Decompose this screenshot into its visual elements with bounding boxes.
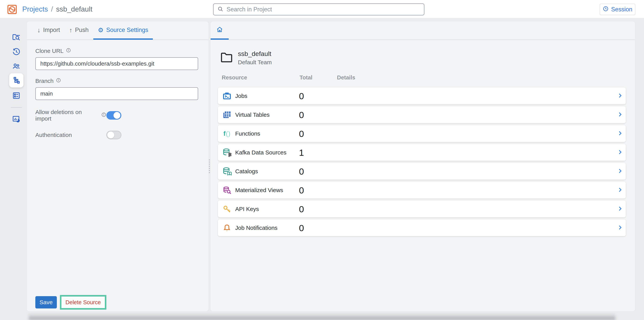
row-label: Catalogs [235, 168, 258, 175]
catalogs-icon [222, 167, 232, 176]
history-icon[interactable] [9, 45, 24, 59]
save-button[interactable]: Save [35, 296, 57, 308]
left-icon-rail [0, 19, 27, 320]
allow-deletions-label: Allow deletions on import [35, 109, 106, 122]
row-label: Job Notifications [235, 225, 278, 231]
row-total: 0 [299, 91, 304, 101]
splitter-drag-handle-icon [208, 159, 211, 174]
clone-url-input[interactable] [35, 57, 198, 70]
chevron-right-icon[interactable] [617, 149, 623, 156]
column-resource: Resource [222, 74, 247, 81]
clone-url-label: Clone URL [35, 48, 208, 54]
branch-input[interactable] [35, 87, 198, 100]
functions-icon: f() [222, 129, 232, 138]
materialized-views-icon [222, 185, 232, 195]
chevron-right-icon[interactable] [617, 111, 623, 118]
tab-source-settings[interactable]: ⚙ Source Settings [93, 22, 153, 40]
tab-import[interactable]: ↓ Import [33, 22, 64, 40]
session-button-label: Session [611, 6, 632, 13]
row-total: 0 [299, 185, 304, 195]
search-input[interactable] [226, 6, 420, 13]
column-total: Total [300, 74, 312, 81]
breadcrumb: Projects / ssb_default [22, 0, 92, 19]
authentication-row: Authentication [35, 131, 208, 139]
tab-import-label: Import [43, 27, 60, 34]
breadcrumb-projects-link[interactable]: Projects [22, 5, 48, 13]
row-label: Kafka Data Sources [235, 149, 286, 156]
tab-source-settings-label: Source Settings [106, 27, 148, 34]
row-total: 0 [299, 166, 304, 177]
allow-deletions-row: Allow deletions on import [35, 109, 208, 122]
home-icon [216, 26, 223, 34]
chevron-right-icon[interactable] [617, 130, 623, 137]
project-search [213, 4, 424, 15]
row-total: 0 [299, 109, 304, 120]
app-logo-icon[interactable] [7, 4, 17, 15]
info-icon[interactable] [56, 78, 61, 84]
rail-divider [11, 107, 22, 108]
chevron-right-icon[interactable] [617, 168, 623, 175]
row-total: 0 [299, 223, 304, 233]
info-icon[interactable] [66, 48, 71, 54]
row-materialized-views[interactable]: Materialized Views 0 [218, 182, 626, 199]
row-label: API Keys [235, 206, 259, 212]
session-button[interactable]: Session [600, 4, 635, 15]
project-overview-panel: ssb_default Default Team Resource Total … [211, 22, 635, 311]
teams-icon[interactable] [9, 59, 24, 73]
chevron-right-icon[interactable] [617, 187, 623, 194]
row-virtual-tables[interactable]: Virtual Tables 0 [218, 106, 626, 123]
kafka-data-sources-icon [222, 148, 232, 157]
git-tabs: ↓ Import ↑ Push ⚙ Source Settings [27, 22, 208, 40]
tab-push-label: Push [75, 27, 89, 34]
row-label: Virtual Tables [235, 111, 270, 118]
row-label: Functions [235, 130, 260, 137]
window-bottom-shadow [29, 313, 615, 320]
row-kafka-data-sources[interactable]: Kafka Data Sources 1 [218, 144, 626, 161]
tab-home[interactable] [211, 22, 229, 40]
project-team: Default Team [238, 59, 272, 66]
form-actions: Save Delete Source [35, 295, 106, 310]
api-keys-icon [222, 204, 232, 214]
overview-tabbar [211, 22, 635, 40]
virtual-tables-icon [222, 110, 232, 120]
project-explorer-icon[interactable] [9, 30, 24, 44]
download-arrow-icon: ↓ [37, 27, 40, 33]
virtual-tables-list-icon[interactable] [9, 88, 24, 103]
jobs-icon [222, 91, 232, 101]
chevron-right-icon[interactable] [617, 224, 623, 231]
delete-source-button[interactable]: Delete Source [62, 296, 105, 308]
chevron-right-icon[interactable] [617, 92, 623, 99]
source-settings-panel: ↓ Import ↑ Push ⚙ Source Settings Clone … [27, 22, 208, 311]
breadcrumb-current-project: ssb_default [56, 5, 92, 13]
chevron-right-icon[interactable] [617, 206, 623, 213]
search-icon [217, 6, 224, 13]
row-total: 0 [299, 128, 304, 139]
delete-source-highlight: Delete Source [60, 295, 106, 310]
row-api-keys[interactable]: API Keys 0 [218, 201, 626, 217]
column-details: Details [337, 74, 355, 81]
row-catalogs[interactable]: Catalogs 0 [218, 163, 626, 180]
allow-deletions-toggle[interactable] [106, 111, 121, 120]
authentication-toggle[interactable] [106, 131, 121, 139]
authentication-label: Authentication [35, 132, 106, 138]
tab-push[interactable]: ↑ Push [64, 22, 93, 40]
source-settings-form: Clone URL Branch Allow deletions on impo… [27, 48, 208, 319]
project-name: ssb_default [238, 50, 272, 58]
folder-icon [220, 52, 233, 64]
gear-icon: ⚙ [98, 27, 104, 33]
panel-splitter[interactable] [208, 22, 211, 311]
row-functions[interactable]: f() Functions 0 [218, 125, 626, 142]
clock-icon [603, 6, 609, 13]
breadcrumb-separator: / [51, 5, 53, 13]
info-icon[interactable] [101, 112, 106, 119]
source-control-icon[interactable] [9, 73, 24, 87]
monitoring-icon[interactable] [9, 112, 24, 126]
resource-rows: Jobs 0 Virtual Tables 0 f() [211, 87, 635, 236]
row-jobs[interactable]: Jobs 0 [218, 87, 626, 104]
upload-arrow-icon: ↑ [69, 27, 72, 33]
project-header: ssb_default Default Team [220, 50, 635, 66]
row-job-notifications[interactable]: Job Notifications 0 [218, 219, 626, 236]
app-header: Projects / ssb_default Session [0, 0, 644, 19]
row-total: 0 [299, 204, 304, 214]
row-total: 1 [299, 147, 304, 158]
